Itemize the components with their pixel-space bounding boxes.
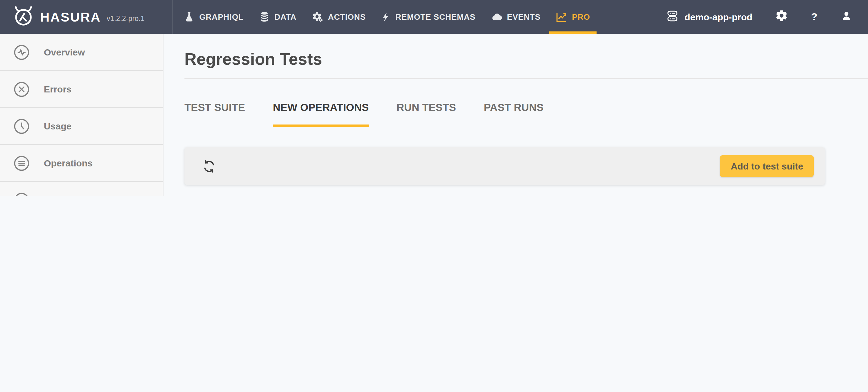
- chart-line-icon: [555, 11, 567, 23]
- divider: [184, 78, 868, 79]
- bulk-actions-bar: Add to test suite: [184, 147, 825, 185]
- sidebar-item-errors[interactable]: Errors: [0, 71, 163, 108]
- refresh-button[interactable]: [202, 159, 217, 173]
- tab-run-tests[interactable]: RUN TESTS: [397, 102, 456, 127]
- tab-new-operations[interactable]: NEW OPERATIONS: [273, 102, 369, 127]
- main-content: Regression Tests TEST SUITE NEW OPERATIO…: [163, 34, 868, 196]
- clock-icon: [13, 118, 30, 135]
- sidebar-item-label: Websockets: [44, 195, 98, 196]
- settings-button[interactable]: [776, 10, 787, 24]
- sidebar: Overview Errors Usage: [0, 34, 163, 196]
- cloud-icon: [491, 11, 503, 23]
- question-icon: ?: [811, 11, 817, 23]
- page-title: Regression Tests: [184, 51, 868, 68]
- flask-icon: [183, 11, 195, 23]
- sidebar-item-overview[interactable]: Overview: [0, 34, 163, 71]
- user-icon: [841, 10, 852, 24]
- app: HASURA v1.2.2-pro.1 GRAPHIQL: [0, 0, 868, 196]
- hasura-logo-icon: [12, 5, 35, 29]
- nav-label: GRAPHIQL: [199, 12, 244, 22]
- activity-icon: [13, 43, 30, 61]
- nav-item-remote-schemas[interactable]: REMOTE SCHEMAS: [381, 0, 476, 34]
- top-bar-right: demo-app-prod ?: [665, 0, 868, 34]
- version-label: v1.2.2-pro.1: [107, 14, 145, 22]
- hasura-logo[interactable]: HASURA v1.2.2-pro.1: [0, 0, 173, 34]
- cogs-icon: [311, 11, 323, 23]
- server-icon: [665, 9, 679, 25]
- sidebar-item-label: Errors: [44, 84, 71, 94]
- tab-past-runs[interactable]: PAST RUNS: [484, 102, 544, 127]
- top-nav-menu: GRAPHIQL DATA: [183, 0, 590, 34]
- nav-item-events[interactable]: EVENTS: [491, 0, 541, 34]
- tab-bar: TEST SUITE NEW OPERATIONS RUN TESTS PAST…: [184, 102, 868, 127]
- sidebar-item-label: Usage: [44, 121, 71, 131]
- nav-item-graphiql[interactable]: GRAPHIQL: [183, 0, 244, 34]
- project-name: demo-app-prod: [684, 12, 752, 22]
- sidebar-item-label: Operations: [44, 158, 93, 168]
- sidebar-item-operations[interactable]: Operations: [0, 145, 163, 182]
- nav-label: PRO: [572, 12, 590, 22]
- sidebar-item-label: Overview: [44, 47, 85, 57]
- nav-item-data[interactable]: DATA: [258, 0, 297, 34]
- tab-test-suite[interactable]: TEST SUITE: [184, 102, 245, 127]
- sidebar-item-websockets[interactable]: Websockets: [0, 182, 163, 196]
- gear-icon: [776, 10, 787, 24]
- refresh-icon: [202, 159, 217, 173]
- nav-item-actions[interactable]: ACTIONS: [311, 0, 366, 34]
- project-selector[interactable]: demo-app-prod: [665, 9, 752, 25]
- help-button[interactable]: ?: [811, 11, 817, 23]
- x-circle-icon: [13, 80, 30, 98]
- nav-label: ACTIONS: [328, 12, 366, 22]
- nav-label: EVENTS: [507, 12, 541, 22]
- database-icon: [258, 11, 270, 23]
- sidebar-item-usage[interactable]: Usage: [0, 108, 163, 145]
- brand-wordmark: HASURA: [40, 9, 101, 24]
- nav-label: REMOTE SCHEMAS: [396, 12, 476, 22]
- arrows-swap-icon: [13, 191, 30, 196]
- top-nav-bar: HASURA v1.2.2-pro.1 GRAPHIQL: [0, 0, 868, 34]
- list-circle-icon: [13, 154, 30, 172]
- nav-item-pro[interactable]: PRO: [555, 0, 590, 34]
- add-to-test-suite-button[interactable]: Add to test suite: [720, 155, 814, 177]
- account-button[interactable]: [841, 10, 852, 24]
- bolt-icon: [381, 11, 391, 23]
- nav-label: DATA: [275, 12, 297, 22]
